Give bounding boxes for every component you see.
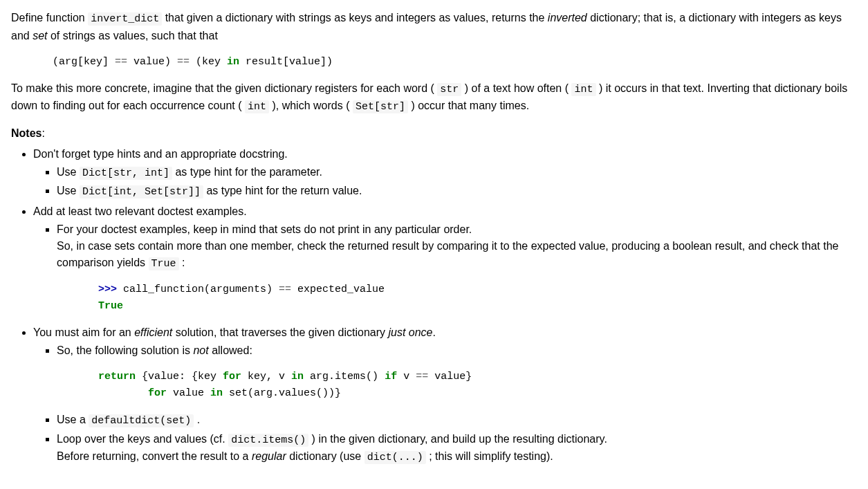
concrete-paragraph: To make this more concrete, imagine that…: [11, 80, 857, 116]
notes-list: Don't forget type hints and an appropria…: [11, 146, 857, 466]
setstr-code: Set[str]: [353, 100, 408, 113]
intro-prefix: Define function: [11, 12, 88, 24]
intro-after-set: of strings as values, such that that: [47, 30, 217, 41]
doctest-code-block: >>> call_function(arguments) == expected…: [98, 282, 857, 315]
int-code-2: int: [245, 100, 269, 113]
notes-heading: Notes:: [11, 125, 857, 142]
dict-items-code: dict.items(): [228, 434, 308, 447]
funcname-code: invert_dict: [88, 12, 162, 26]
true-code: True: [149, 257, 179, 270]
set-em: set: [33, 30, 47, 41]
param-hint-item: Use Dict[str, int] as type hint for the …: [57, 164, 857, 182]
efficient-sublist: So, the following solution is not allowe…: [33, 342, 857, 466]
intro-after-func: that given a dictionary with strings as …: [162, 12, 548, 24]
typehints-sublist: Use Dict[str, int] as type hint for the …: [33, 164, 857, 201]
not-allowed-item: So, the following solution is not allowe…: [57, 342, 857, 402]
typehints-item: Don't forget type hints and an appropria…: [33, 146, 857, 201]
int-code-1: int: [571, 83, 595, 96]
dict-convert-code: dict(...): [364, 451, 426, 464]
param-hint-code: Dict[str, int]: [80, 167, 172, 180]
return-hint-code: Dict[int, Set[str]]: [80, 185, 203, 199]
inverted-em: inverted: [548, 12, 587, 24]
intro-paragraph: Define function invert_dict that given a…: [11, 10, 857, 44]
bad-code-block: return {value: {key for key, v in arg.it…: [98, 369, 857, 402]
loop-item: Loop over the keys and values (cf. dict.…: [57, 431, 857, 466]
efficient-item: You must aim for an efficient solution, …: [33, 324, 857, 466]
doctests-item: Add at least two relevant doctest exampl…: [33, 203, 857, 315]
defaultdict-code: defaultdict(set): [89, 414, 194, 427]
str-code: str: [437, 83, 461, 96]
doctests-sublist: For your doctest examples, keep in mind …: [33, 221, 857, 315]
return-hint-item: Use Dict[int, Set[str]] as type hint for…: [57, 183, 857, 201]
doctest-note-item: For your doctest examples, keep in mind …: [57, 221, 857, 315]
relation-code-block: (arg[key] == value) == (key in result[va…: [53, 54, 857, 71]
defaultdict-item: Use a defaultdict(set) .: [57, 412, 857, 430]
